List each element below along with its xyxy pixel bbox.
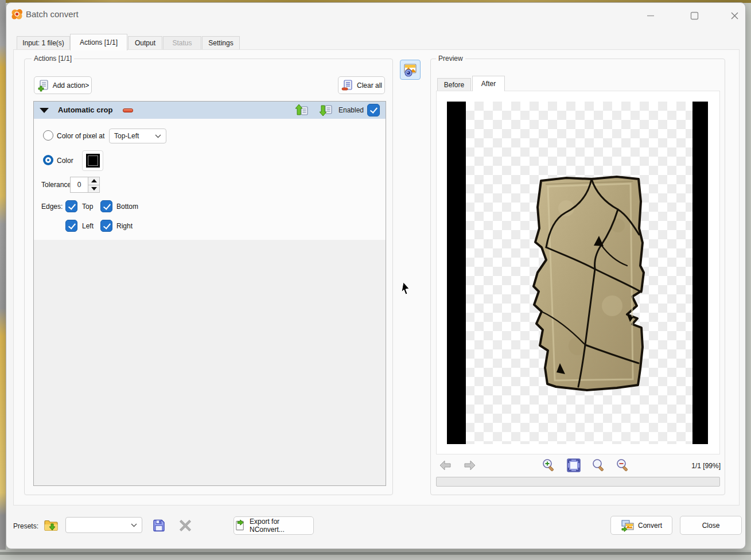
maximize-icon — [690, 11, 699, 20]
desktop-background-taskbar-line — [0, 552, 751, 555]
load-preset-button[interactable] — [43, 518, 59, 534]
tab-status[interactable]: Status — [163, 36, 201, 50]
zoom-1to1-icon[interactable] — [592, 458, 606, 473]
fit-view-icon[interactable] — [566, 458, 581, 473]
edges-label: Edges: — [41, 203, 63, 211]
tab-output[interactable]: Output — [128, 36, 162, 50]
preview-groupbox: Preview Before After — [430, 59, 725, 495]
close-button-titlebar[interactable] — [725, 7, 744, 24]
next-image-icon[interactable] — [464, 459, 476, 472]
down-arrow-icon — [91, 187, 97, 190]
tolerance-label: Tolerance — [41, 181, 71, 189]
tab-settings[interactable]: Settings — [202, 36, 240, 50]
convert-label: Convert — [638, 522, 662, 530]
tab-before[interactable]: Before — [437, 78, 471, 91]
action-title: Automatic crop — [58, 106, 112, 114]
action-card-automatic-crop: Automatic crop — [33, 101, 386, 486]
stone-slab-image — [532, 174, 647, 393]
maximize-button[interactable] — [684, 7, 704, 24]
collapse-icon[interactable] — [40, 108, 49, 113]
tolerance-down-button[interactable] — [88, 185, 99, 193]
convert-icon — [621, 519, 635, 532]
progress-bar — [436, 477, 720, 487]
load-preset-icon — [44, 519, 59, 532]
image-black-bar-left — [447, 102, 466, 444]
preview-canvas[interactable] — [436, 91, 720, 454]
presets-label: Presets: — [13, 522, 38, 530]
color-swatch — [86, 154, 100, 168]
action-header[interactable]: Automatic crop — [34, 102, 386, 119]
edge-left-checkbox[interactable] — [65, 220, 77, 232]
minimize-button[interactable] — [641, 7, 660, 24]
close-label: Close — [702, 522, 720, 530]
mouse-cursor — [399, 280, 411, 297]
page-indicator: 1/1 [99%] — [691, 462, 721, 470]
prev-image-icon[interactable] — [439, 459, 452, 472]
minimize-icon — [647, 11, 655, 20]
preview-image — [447, 102, 708, 444]
action-body: Color of pixel at Top-Left Color Toleran… — [34, 119, 386, 240]
edge-top-label: Top — [82, 203, 93, 211]
tab-after[interactable]: After — [472, 76, 505, 91]
preview-toggle-button[interactable] — [400, 60, 421, 80]
pixel-position-value: Top-Left — [114, 132, 139, 140]
pixel-position-select[interactable]: Top-Left — [109, 129, 166, 143]
edge-top-checkbox[interactable] — [65, 200, 77, 212]
enabled-label: Enabled — [338, 106, 364, 114]
actions-group-title: Actions [1/1] — [32, 55, 74, 63]
edge-bottom-checkbox[interactable] — [100, 200, 112, 212]
edge-bottom-label: Bottom — [116, 203, 138, 211]
move-down-icon[interactable] — [319, 103, 333, 117]
color-radio[interactable] — [43, 155, 53, 165]
clear-all-icon — [341, 79, 353, 92]
actions-tab-page: Actions [1/1] Add action> — [13, 49, 740, 505]
zoom-in-icon[interactable] — [542, 458, 557, 473]
batch-convert-dialog: Batch convert Input: 1 file(s) Actions [… — [6, 2, 746, 549]
preset-select[interactable] — [65, 517, 142, 533]
close-icon — [730, 11, 739, 20]
tab-actions[interactable]: Actions [1/1] — [70, 34, 127, 50]
export-nconvert-label: Export for NConvert... — [250, 518, 313, 534]
tolerance-spinner[interactable]: 0 — [70, 177, 100, 193]
save-preset-icon — [152, 519, 166, 532]
clear-all-label: Clear all — [357, 81, 382, 90]
zoom-out-icon[interactable] — [616, 458, 631, 473]
color-of-pixel-label: Color of pixel at — [57, 132, 104, 140]
actions-groupbox: Actions [1/1] Add action> — [24, 59, 393, 495]
color-picker-button[interactable] — [82, 150, 103, 171]
export-icon — [234, 519, 246, 532]
desktop-background-bottom — [0, 550, 751, 560]
xnview-logo-icon — [11, 8, 24, 21]
color-of-pixel-radio[interactable] — [43, 130, 53, 141]
tolerance-up-button[interactable] — [88, 177, 99, 185]
tolerance-value: 0 — [71, 177, 88, 192]
up-arrow-icon — [91, 179, 97, 182]
add-action-icon — [37, 79, 49, 92]
clear-all-button[interactable]: Clear all — [338, 76, 385, 94]
enabled-checkbox[interactable] — [367, 104, 380, 116]
desktop-background-left — [0, 0, 6, 560]
titlebar[interactable]: Batch convert — [6, 3, 745, 28]
move-up-icon[interactable] — [295, 103, 309, 117]
delete-preset-button[interactable] — [177, 518, 193, 534]
tab-input[interactable]: Input: 1 file(s) — [17, 36, 70, 50]
edge-left-label: Left — [82, 222, 94, 230]
preview-toggle-icon — [403, 63, 418, 77]
edge-right-label: Right — [116, 222, 133, 230]
export-nconvert-button[interactable]: Export for NConvert... — [234, 516, 314, 535]
add-action-label: Add action> — [53, 81, 90, 90]
image-black-bar-right — [692, 102, 708, 444]
preview-group-title: Preview — [436, 55, 465, 63]
save-preset-button[interactable] — [151, 518, 167, 534]
add-action-button[interactable]: Add action> — [34, 76, 92, 94]
color-label: Color — [57, 157, 73, 165]
remove-action-icon[interactable] — [123, 108, 133, 112]
chevron-down-icon — [155, 134, 161, 138]
preview-nav-row: 1/1 [99%] — [431, 457, 726, 473]
close-button[interactable]: Close — [680, 516, 742, 535]
convert-button[interactable]: Convert — [610, 516, 672, 535]
window-title: Batch convert — [26, 9, 79, 19]
edge-right-checkbox[interactable] — [100, 220, 112, 232]
chevron-down-icon — [131, 523, 137, 527]
delete-preset-icon — [179, 519, 192, 532]
